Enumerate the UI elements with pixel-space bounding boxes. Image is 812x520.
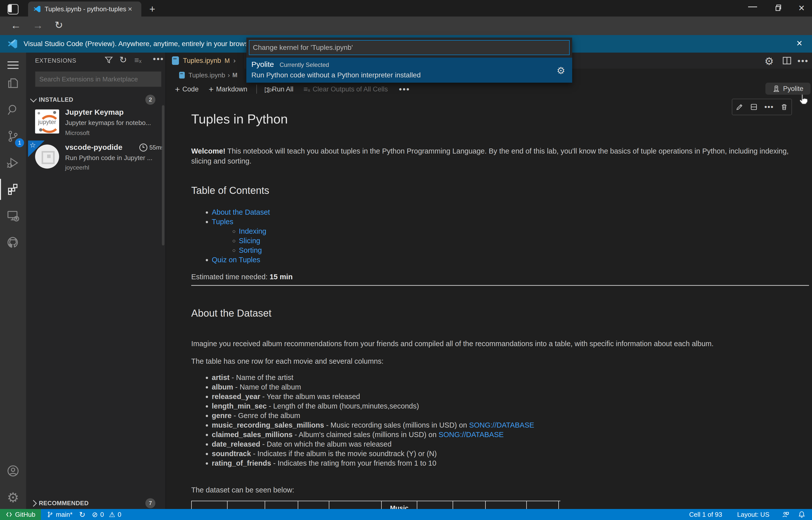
- editor-more-actions-icon[interactable]: •••: [797, 56, 809, 66]
- dataset-field: artist - Name of the artist: [212, 373, 812, 382]
- problems-indicator[interactable]: ⊘0 ⚠0: [92, 509, 122, 520]
- dataset-table-header-cell: [265, 501, 298, 509]
- dataset-below-text: The dataset can be seen below:: [191, 485, 294, 495]
- recommended-label: RECOMMENDED: [39, 500, 89, 507]
- split-cell-icon[interactable]: [750, 103, 758, 111]
- sync-icon[interactable]: ↻: [79, 509, 85, 520]
- banner-close-icon[interactable]: ×: [796, 37, 802, 49]
- feedback-icon[interactable]: [782, 509, 789, 520]
- activity-bar: 1 ⚙: [0, 53, 26, 509]
- vscode-logo-icon: [7, 38, 18, 49]
- browser-toolbar: ← → ↻ https://github.dev/lostintangent/p…: [0, 17, 812, 35]
- song-database-link[interactable]: SONG://DATABASE: [469, 421, 534, 429]
- editor-tab-label: Tuples.ipynb: [183, 57, 221, 64]
- toc-item[interactable]: Quiz on Tuples: [212, 255, 270, 264]
- browser-tab[interactable]: Tuples.ipynb - python-tuples [Gi ×: [28, 1, 141, 17]
- welcome-paragraph: Welcome! This notebook will teach you ab…: [191, 146, 810, 166]
- window-close-button[interactable]: ×: [798, 2, 805, 14]
- search-icon[interactable]: [0, 97, 26, 122]
- run-all-button[interactable]: ▷▷ Run All: [265, 85, 294, 94]
- toc-subitem[interactable]: Indexing: [239, 227, 270, 236]
- split-editor-icon[interactable]: [782, 56, 792, 66]
- chevron-down-icon: [30, 96, 37, 102]
- add-code-cell-button[interactable]: +Code: [175, 84, 199, 94]
- browser-titlebar: Tuples.ipynb - python-tuples [Gi × + ×: [0, 0, 812, 17]
- extension-item-vscode-pyodide[interactable]: ☆ vscode-pyodide 55ms Run Python code in…: [26, 139, 166, 173]
- forward-button[interactable]: →: [32, 20, 43, 31]
- breadcrumb-segment[interactable]: M: [232, 72, 237, 79]
- sidebar-more-actions-icon[interactable]: •••: [153, 54, 164, 64]
- clear-outputs-button[interactable]: ≡xClear Outputs of All Cells: [304, 85, 388, 94]
- dataset-field: music_recording_sales_millions - Music r…: [212, 420, 812, 430]
- account-icon[interactable]: [0, 459, 26, 484]
- delete-cell-trash-icon[interactable]: [780, 103, 788, 111]
- remote-icon: [5, 511, 12, 518]
- estimated-time: Estimated time needed: 15 min: [191, 272, 293, 282]
- notifications-bell-icon[interactable]: [798, 509, 806, 520]
- git-branch-icon: [47, 511, 53, 518]
- reload-button[interactable]: ↻: [55, 20, 63, 30]
- back-button[interactable]: ←: [10, 20, 21, 31]
- dataset-table-header-cell: [329, 501, 382, 509]
- kernel-label: Pyolite: [783, 85, 803, 93]
- tab-close-icon[interactable]: ×: [128, 5, 132, 13]
- clear-extensions-icon[interactable]: ≡x: [134, 56, 142, 65]
- extension-item-jupyter-keymap[interactable]: jupyter Jupyter Keymap Jupyter keymaps f…: [26, 106, 166, 138]
- toc-item[interactable]: About the Dataset: [212, 207, 270, 217]
- workspaces-icon[interactable]: [7, 4, 19, 15]
- remote-explorer-icon[interactable]: [0, 203, 26, 229]
- extension-title: vscode-pyodide: [65, 143, 122, 152]
- refresh-icon[interactable]: ↻: [119, 55, 127, 65]
- dataset-field: album - Name of the album: [212, 382, 812, 392]
- dataset-table-header-cell: [453, 501, 486, 509]
- breadcrumb-file[interactable]: Tuples.ipynb: [188, 71, 225, 79]
- extensions-sidebar: EXTENSIONS ↻ ≡x ••• INSTALLED 2 jupyter …: [26, 53, 166, 509]
- extension-author: joyceerhl: [65, 164, 89, 171]
- cell-more-actions-icon[interactable]: •••: [764, 103, 774, 111]
- toc-subitem[interactable]: Slicing: [239, 236, 270, 245]
- toolbar-more-actions-icon[interactable]: •••: [399, 84, 410, 94]
- source-control-icon[interactable]: 1: [0, 124, 26, 149]
- recommended-section-header[interactable]: RECOMMENDED 7: [30, 497, 162, 509]
- sidebar-scrollbar[interactable]: [162, 105, 164, 245]
- layout-indicator[interactable]: Layout: US: [737, 509, 769, 520]
- new-tab-button[interactable]: +: [149, 3, 155, 15]
- clock-icon: [139, 144, 147, 152]
- dataset-field: genre - Genre of the album: [212, 411, 812, 420]
- kernel-option-gear-icon[interactable]: ⚙: [557, 65, 565, 76]
- branch-indicator[interactable]: main*: [47, 509, 72, 520]
- toc-subitem[interactable]: Sorting: [239, 245, 270, 255]
- extension-title: Jupyter Keymap: [65, 108, 124, 116]
- tab-overflow-chevron-icon[interactable]: ›: [233, 57, 235, 64]
- markdown-divider: [191, 285, 809, 286]
- explorer-icon[interactable]: [0, 71, 26, 96]
- cell-indicator[interactable]: Cell 1 of 93: [689, 509, 722, 520]
- window-restore-button[interactable]: [773, 3, 783, 12]
- window-minimize-button[interactable]: [748, 6, 757, 7]
- settings-gear-icon[interactable]: ⚙: [0, 485, 26, 510]
- notebook-title: Tuples in Python: [191, 111, 808, 127]
- song-database-link[interactable]: SONG://DATABASE: [438, 431, 504, 439]
- dataset-table-header-cell: [527, 501, 559, 509]
- remote-indicator[interactable]: GitHub: [0, 509, 41, 520]
- toc-item[interactable]: TuplesIndexingSlicingSorting: [212, 217, 270, 255]
- kernel-option-pyolite[interactable]: Pyolite Currently Selected Run Python co…: [246, 58, 572, 83]
- extension-author: Microsoft: [65, 130, 90, 136]
- github-icon[interactable]: [0, 230, 26, 255]
- notebook-settings-gear-icon[interactable]: ⚙: [764, 55, 774, 68]
- run-debug-icon[interactable]: [0, 150, 26, 175]
- dataset-field: released_year - Year the album was relea…: [212, 392, 812, 401]
- dataset-table-header-cell: [192, 501, 228, 509]
- notebook-cell-markdown[interactable]: Tuples in Python: [191, 111, 808, 127]
- jupyter-logo-icon: jupyter: [35, 109, 59, 133]
- filter-icon[interactable]: [104, 56, 113, 64]
- installed-section-header[interactable]: INSTALLED 2: [30, 94, 162, 105]
- add-markdown-cell-button[interactable]: +Markdown: [208, 84, 247, 94]
- edit-cell-pencil-icon[interactable]: [736, 103, 743, 111]
- toc-list: About the DatasetTuplesIndexingSlicingSo…: [191, 207, 270, 264]
- extensions-icon[interactable]: [0, 177, 26, 202]
- search-extensions-input[interactable]: [35, 71, 161, 87]
- pyodide-logo-icon: [35, 145, 59, 168]
- editor-tab-tuples[interactable]: Tuples.ipynb M ›: [166, 53, 244, 69]
- kernel-picker-input[interactable]: [249, 40, 570, 55]
